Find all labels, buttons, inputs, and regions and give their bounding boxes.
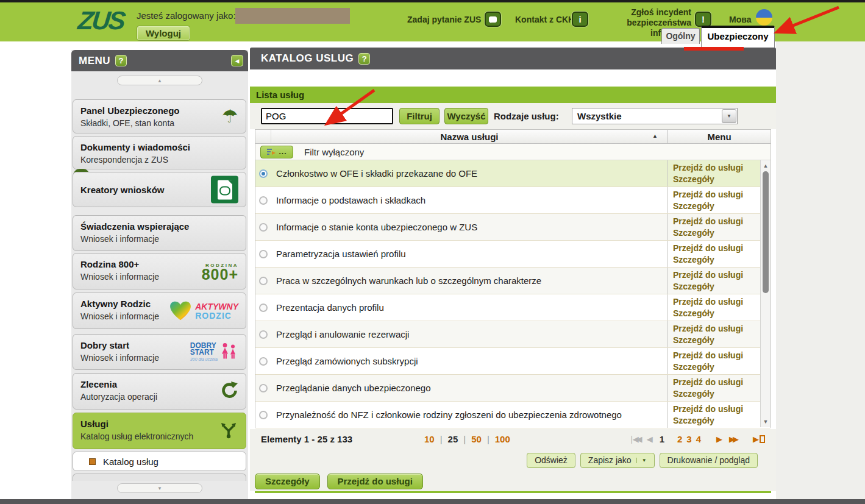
page-size-50[interactable]: 50 [471, 434, 482, 444]
row-radio[interactable] [259, 384, 268, 392]
collapse-sidebar-icon[interactable] [231, 55, 243, 66]
page-3[interactable]: 3 [686, 434, 691, 444]
first-page-icon[interactable] [628, 435, 643, 444]
details-link[interactable]: Szczegóły [673, 388, 758, 400]
go-to-service-link[interactable]: Przejdź do usługi [673, 350, 758, 361]
row-radio[interactable] [259, 277, 268, 285]
scroll-down-pill[interactable] [117, 483, 202, 493]
sidebar-subitem-katalog-uslug[interactable]: Katalog usług [73, 452, 246, 471]
row-radio[interactable] [259, 357, 268, 366]
sidebar-item-rodzina-800[interactable]: Rodzina 800+ Wniosek i informacje RODZIN… [73, 253, 246, 289]
next-page-icon[interactable] [716, 435, 725, 444]
row-radio[interactable] [259, 303, 268, 312]
sidebar-item-kreatory[interactable]: Kreatory wniosków [73, 172, 246, 207]
table-scrollbar[interactable] [760, 160, 771, 427]
row-radio[interactable] [259, 223, 268, 232]
chevron-down-icon[interactable] [636, 458, 647, 463]
go-to-service-link[interactable]: Przejdź do usługi [673, 216, 758, 227]
sidebar-item-dobry-start[interactable]: Dobry start Wniosek i informacje DOBRY S… [73, 334, 246, 370]
table-row[interactable]: Przeglądanie danych ubezpieczonego Przej… [255, 375, 771, 402]
go-to-service-link[interactable]: Przejdź do usługi [673, 296, 758, 308]
go-to-service-button[interactable]: Przejdź do usługi [327, 474, 423, 489]
page-2[interactable]: 2 [677, 434, 682, 444]
help-icon[interactable]: ? [115, 55, 127, 66]
go-to-service-link[interactable]: Przejdź do usługi [673, 189, 758, 201]
table-row[interactable]: Członkostwo w OFE i składki przekazane d… [255, 160, 771, 187]
sidebar-item-uslugi[interactable]: Usługi Katalog usług elektronicznych [73, 413, 246, 449]
sort-asc-icon[interactable] [652, 133, 658, 139]
details-button[interactable]: Szczegóły [255, 474, 320, 489]
details-link[interactable]: Szczegóły [673, 201, 758, 212]
go-to-service-link[interactable]: Przejdź do usługi [673, 243, 758, 254]
tab-ogolny[interactable]: Ogólny [661, 28, 700, 44]
sidebar-item-zlecenia[interactable]: Zlecenia Autoryzacja operacji [73, 373, 246, 410]
sidebar-item-partial[interactable] [73, 474, 246, 481]
table-row[interactable]: Informacje o podstawach i składkach Prze… [255, 187, 771, 214]
prev-page-icon[interactable] [647, 435, 655, 444]
save-as-button[interactable]: Zapisz jako [580, 453, 655, 468]
row-radio-selected[interactable] [259, 169, 268, 178]
page-size-25-active[interactable]: 25 [448, 434, 458, 444]
chevron-down-icon[interactable] [722, 109, 736, 123]
row-radio[interactable] [259, 411, 268, 419]
page-size-10[interactable]: 10 [424, 434, 435, 444]
scroll-up-icon[interactable] [761, 161, 771, 170]
filter-toggle-button[interactable]: ... [260, 146, 293, 158]
ask-question-icon[interactable] [485, 12, 501, 27]
row-radio[interactable] [259, 330, 268, 339]
exclamation-icon[interactable]: ! [695, 12, 711, 27]
column-menu-label: Menu [707, 132, 731, 142]
sidebar-item-swiadczenia[interactable]: Świadczenia wspierające Wniosek i inform… [73, 215, 246, 251]
scroll-down-icon[interactable] [761, 417, 771, 426]
ask-question-link[interactable]: Zadaj pytanie ZUS [407, 15, 481, 24]
scroll-up-pill[interactable] [117, 76, 202, 85]
sidebar-item-panel-ubezpieczonego[interactable]: Panel Ubezpieczonego Składki, OFE, stan … [73, 99, 246, 133]
table-row[interactable]: Praca w szczególnych warunkach lub o szc… [255, 268, 771, 294]
row-radio[interactable] [259, 196, 268, 205]
contact-ckk-link[interactable]: Kontakt z CKK [515, 15, 574, 24]
scrollbar-thumb[interactable] [763, 171, 769, 293]
details-link[interactable]: Szczegóły [673, 227, 758, 239]
goto-last-page-icon[interactable] [753, 435, 765, 444]
row-radio[interactable] [259, 250, 268, 258]
info-icon[interactable]: i [572, 12, 588, 27]
page-size-100[interactable]: 100 [495, 434, 510, 444]
page-4[interactable]: 4 [696, 434, 701, 444]
refresh-button[interactable]: Odśwież [527, 453, 575, 468]
table-row[interactable]: Przegląd i anulowanie rezerwacji Przejdź… [255, 321, 771, 348]
clear-button[interactable]: Wyczyść [444, 108, 488, 124]
table-row[interactable]: Informacje o stanie konta ubezpieczonego… [255, 214, 771, 241]
details-link[interactable]: Szczegóły [673, 361, 758, 373]
table-row[interactable]: Parametryzacja ustawień profilu Przejdź … [255, 241, 771, 268]
details-link[interactable]: Szczegóły [673, 415, 758, 427]
service-name: Przynależność do NFZ i członkowie rodzin… [271, 402, 667, 428]
last-page-icon[interactable] [729, 435, 739, 444]
details-link[interactable]: Szczegóły [673, 281, 758, 293]
sidebar-item-aktywny-rodzic[interactable]: Aktywny Rodzic Wniosek i informacje AKTY… [73, 293, 246, 329]
tab-ubezpieczony[interactable]: Ubezpieczony [701, 26, 775, 48]
details-link[interactable]: Szczegóły [673, 308, 758, 319]
item-title: Panel Ubezpieczonego [80, 105, 238, 116]
service-filter-input[interactable] [261, 108, 393, 124]
filter-button[interactable]: Filtruj [399, 108, 440, 124]
column-header-name[interactable]: Nazwa usługi [271, 130, 667, 143]
go-to-service-link[interactable]: Przejdź do usługi [673, 377, 758, 388]
service-type-dropdown[interactable]: Wszystkie [572, 108, 738, 124]
page-1-active[interactable]: 1 [660, 434, 664, 444]
go-to-service-link[interactable]: Przejdź do usługi [673, 162, 758, 174]
details-link[interactable]: Szczegóły [673, 254, 758, 266]
go-to-service-link[interactable]: Przejdź do usługi [673, 269, 758, 281]
go-to-service-link[interactable]: Przejdź do usługi [673, 403, 758, 415]
details-link[interactable]: Szczegóły [673, 335, 758, 346]
table-row[interactable]: Prezentacja danych profilu Przejdź do us… [255, 294, 771, 321]
print-preview-button[interactable]: Drukowanie / podgląd [660, 453, 758, 468]
help-icon[interactable]: ? [358, 53, 370, 65]
ukraine-flag-icon[interactable] [756, 9, 772, 26]
table-row[interactable]: Przynależność do NFZ i członkowie rodzin… [255, 402, 771, 428]
go-to-service-link[interactable]: Przejdź do usługi [673, 323, 758, 335]
details-link[interactable]: Szczegóły [673, 174, 758, 185]
logout-button[interactable]: Wyloguj [137, 26, 190, 41]
table-row[interactable]: Przegląd zamówionych subskrypcji Przejdź… [255, 348, 771, 375]
sidebar-item-dokumenty[interactable]: Dokumenty i wiadomości Korespondencja z … [73, 136, 246, 169]
page-title: KATALOG USLUG [261, 52, 354, 65]
